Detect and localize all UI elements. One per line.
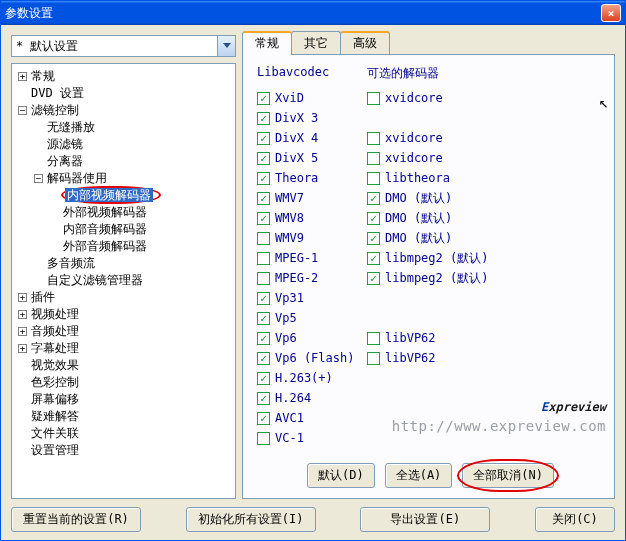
preset-dropdown[interactable]: * 默认设置 (11, 35, 236, 57)
select-all-button[interactable]: 全选(A) (385, 463, 453, 488)
tree-item[interactable]: 设置管理 (18, 442, 233, 459)
export-button[interactable]: 导出设置(E) (360, 507, 490, 532)
codec-checkbox[interactable] (257, 92, 270, 105)
alt-codec-checkbox[interactable] (367, 192, 380, 205)
codec-checkbox[interactable] (257, 432, 270, 445)
tree-item-label: 视频处理 (31, 307, 79, 321)
codec-checkbox[interactable] (257, 352, 270, 365)
expand-icon[interactable]: + (18, 293, 27, 302)
codec-checkbox[interactable] (257, 232, 270, 245)
tree-item[interactable]: +视频处理 (18, 306, 233, 323)
tab-常规[interactable]: 常规 (242, 31, 292, 55)
tree-item[interactable]: 屏幕偏移 (18, 391, 233, 408)
alt-codec-checkbox[interactable] (367, 332, 380, 345)
alt-codec-checkbox[interactable] (367, 252, 380, 265)
tree-item[interactable]: −解码器使用内部视频解码器外部视频解码器内部音频解码器外部音频解码器 (34, 170, 233, 255)
alt-codec-checkbox[interactable] (367, 212, 380, 225)
codec-label: VC-1 (275, 431, 304, 445)
alt-codec-checkbox[interactable] (367, 232, 380, 245)
codec-row: WMV7DMO (默认) (257, 188, 604, 208)
expand-icon[interactable]: + (18, 327, 27, 336)
tab-bar: 常规其它高级 (242, 35, 615, 55)
cancel-all-button[interactable]: 全部取消(N) (462, 463, 554, 488)
tree-item[interactable]: +音频处理 (18, 323, 233, 340)
codec-checkbox[interactable] (257, 272, 270, 285)
alt-codec-checkbox[interactable] (367, 172, 380, 185)
alt-codec-checkbox[interactable] (367, 152, 380, 165)
codec-label: WMV7 (275, 191, 304, 205)
tree-item[interactable]: 文件关联 (18, 425, 233, 442)
codec-checkbox[interactable] (257, 132, 270, 145)
codec-checkbox[interactable] (257, 192, 270, 205)
codec-label: WMV9 (275, 231, 304, 245)
tree-item[interactable]: 外部音频解码器 (50, 238, 233, 255)
tree-item[interactable]: +常规 (18, 68, 233, 85)
tree-item-label: 内部视频解码器 (65, 188, 153, 202)
tab-高级[interactable]: 高级 (340, 31, 390, 55)
reset-current-button[interactable]: 重置当前的设置(R) (11, 507, 141, 532)
codec-label: Vp5 (275, 311, 297, 325)
tree-item-label: 内部音频解码器 (63, 222, 147, 236)
chevron-down-icon[interactable] (217, 36, 235, 56)
alt-codec-checkbox[interactable] (367, 132, 380, 145)
codec-checkbox[interactable] (257, 212, 270, 225)
tree-item[interactable]: 自定义滤镜管理器 (34, 272, 233, 289)
codec-checkbox[interactable] (257, 392, 270, 405)
tree-item[interactable]: 多音频流 (34, 255, 233, 272)
codec-row: AVC1 (257, 408, 604, 428)
close-icon[interactable]: × (601, 4, 621, 22)
tree-item[interactable]: 疑难解答 (18, 408, 233, 425)
tree-item-label: 解码器使用 (47, 171, 107, 185)
titlebar[interactable]: 参数设置 × (1, 1, 625, 25)
tree-item[interactable]: DVD 设置 (18, 85, 233, 102)
close-button[interactable]: 关闭(C) (535, 507, 615, 532)
tree-item-label: DVD 设置 (31, 86, 84, 100)
tree-item-label: 滤镜控制 (31, 103, 79, 117)
tree-item-label: 音频处理 (31, 324, 79, 338)
codec-row: Theoralibtheora (257, 168, 604, 188)
tree-item[interactable]: 内部视频解码器 (50, 187, 233, 204)
codec-checkbox[interactable] (257, 372, 270, 385)
init-all-button[interactable]: 初始化所有设置(I) (186, 507, 316, 532)
tree-item-label: 设置管理 (31, 443, 79, 457)
tab-其它[interactable]: 其它 (291, 31, 341, 55)
nav-tree[interactable]: +常规DVD 设置−滤镜控制无缝播放源滤镜分离器−解码器使用内部视频解码器外部视… (11, 63, 236, 499)
tree-item[interactable]: 色彩控制 (18, 374, 233, 391)
alt-codec-checkbox[interactable] (367, 92, 380, 105)
codec-label: MPEG-1 (275, 251, 318, 265)
expand-icon[interactable]: + (18, 72, 27, 81)
codec-checkbox[interactable] (257, 412, 270, 425)
expand-icon[interactable]: + (18, 310, 27, 319)
tree-item[interactable]: 源滤镜 (34, 136, 233, 153)
codec-label: WMV8 (275, 211, 304, 225)
tree-item[interactable]: 视觉效果 (18, 357, 233, 374)
tree-item[interactable]: 无缝播放 (34, 119, 233, 136)
expand-icon[interactable]: + (18, 344, 27, 353)
tree-item-label: 分离器 (47, 154, 83, 168)
alt-codec-label: DMO (默认) (385, 230, 452, 247)
tree-item[interactable]: 内部音频解码器 (50, 221, 233, 238)
codec-checkbox[interactable] (257, 112, 270, 125)
alt-codec-checkbox[interactable] (367, 272, 380, 285)
codec-checkbox[interactable] (257, 312, 270, 325)
collapse-icon[interactable]: − (34, 174, 43, 183)
tree-item-label: 多音频流 (47, 256, 95, 270)
tree-item[interactable]: +字幕处理 (18, 340, 233, 357)
codec-checkbox[interactable] (257, 252, 270, 265)
collapse-icon[interactable]: − (18, 106, 27, 115)
tree-item[interactable]: 外部视频解码器 (50, 204, 233, 221)
codec-label: Vp6 (275, 331, 297, 345)
tree-item-label: 常规 (31, 69, 55, 83)
tree-item[interactable]: −滤镜控制无缝播放源滤镜分离器−解码器使用内部视频解码器外部视频解码器内部音频解… (18, 102, 233, 289)
default-button[interactable]: 默认(D) (307, 463, 375, 488)
tree-item[interactable]: 分离器 (34, 153, 233, 170)
tree-item-label: 疑难解答 (31, 409, 79, 423)
tree-item[interactable]: +插件 (18, 289, 233, 306)
codec-checkbox[interactable] (257, 172, 270, 185)
codec-checkbox[interactable] (257, 292, 270, 305)
codec-row: MPEG-1libmpeg2 (默认) (257, 248, 604, 268)
alt-codec-label: libVP62 (385, 351, 436, 365)
codec-checkbox[interactable] (257, 152, 270, 165)
alt-codec-checkbox[interactable] (367, 352, 380, 365)
codec-checkbox[interactable] (257, 332, 270, 345)
